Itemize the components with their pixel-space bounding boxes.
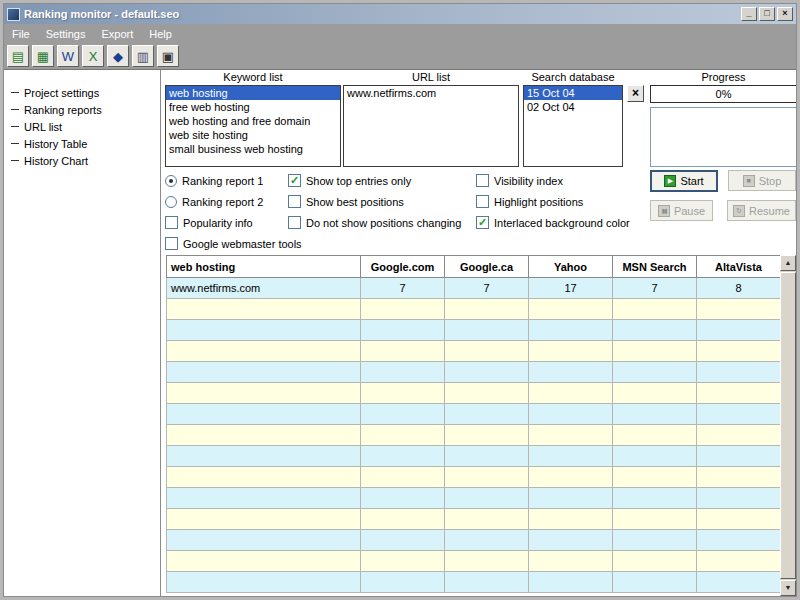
table-row-empty — [167, 572, 781, 593]
list-item-www-netfirms-com[interactable]: www.netfirms.com — [344, 86, 518, 100]
app-icon — [7, 8, 20, 21]
table-cell-empty — [361, 446, 445, 467]
save-button[interactable]: ◆ — [107, 45, 129, 67]
list-item-02-oct-04[interactable]: 02 Oct 04 — [524, 100, 622, 114]
option-interlaced-background-color[interactable]: ✓Interlaced background color — [476, 212, 630, 233]
list-item-small-business-web-hosting[interactable]: small business web hosting — [166, 142, 340, 156]
maximize-button[interactable]: □ — [759, 7, 775, 21]
table-cell-empty — [445, 404, 529, 425]
sidebar-item-project-settings[interactable]: Project settings — [4, 84, 160, 101]
table-cell-empty — [529, 299, 613, 320]
list-item-web-hosting[interactable]: web hosting — [166, 86, 340, 100]
table-scrollbar[interactable]: ▲ ▼ — [780, 255, 796, 596]
table-cell-empty — [529, 530, 613, 551]
table-cell-empty — [445, 572, 529, 593]
table-cell-empty — [361, 362, 445, 383]
option-highlight-positions[interactable]: Highlight positions — [476, 191, 630, 212]
table-cell-empty — [613, 572, 697, 593]
option-do-not-show-positions-changing[interactable]: Do not show positions changing — [288, 212, 461, 233]
reports-button[interactable]: ▥ — [132, 45, 154, 67]
table-cell-empty — [529, 551, 613, 572]
highlight-options: Visibility indexHighlight positions✓Inte… — [476, 170, 630, 233]
table-cell-empty — [167, 488, 361, 509]
option-show-top-entries-only[interactable]: ✓Show top entries only — [288, 170, 461, 191]
list-item-15-oct-04[interactable]: 15 Oct 04 — [524, 86, 622, 100]
url-listbox[interactable]: www.netfirms.com — [343, 85, 519, 167]
column-header-altavista[interactable]: AltaVista — [697, 256, 781, 278]
window-title: Ranking monitor - default.seo — [24, 8, 179, 20]
report-type-options: Ranking report 1Ranking report 2Populari… — [165, 170, 302, 254]
table-cell-empty — [613, 446, 697, 467]
sidebar-item-history-chart[interactable]: History Chart — [4, 152, 160, 169]
new-project-button[interactable]: ▤ — [7, 45, 29, 67]
print-button[interactable]: ▣ — [157, 45, 179, 67]
keyword-listbox[interactable]: web hostingfree web hostingweb hosting a… — [165, 85, 341, 167]
table-cell-empty — [529, 383, 613, 404]
column-header-yahoo[interactable]: Yahoo — [529, 256, 613, 278]
results-table-area: web hostingGoogle.comGoogle.caYahooMSN S… — [166, 255, 796, 596]
menu-item-settings[interactable]: Settings — [38, 26, 94, 42]
table-row[interactable]: www.netfirms.com771778 — [167, 278, 781, 299]
option-ranking-report-1[interactable]: Ranking report 1 — [165, 170, 302, 191]
option-popularity-info[interactable]: Popularity info — [165, 212, 302, 233]
export-html-button[interactable]: ▦ — [32, 45, 54, 67]
table-cell-empty — [361, 383, 445, 404]
option-ranking-report-2[interactable]: Ranking report 2 — [165, 191, 302, 212]
stop-button[interactable]: ■Stop — [728, 170, 796, 191]
scrollbar-thumb[interactable] — [780, 272, 796, 579]
sidebar-item-history-table[interactable]: History Table — [4, 135, 160, 152]
search-database-listbox[interactable]: 15 Oct 0402 Oct 04 — [523, 85, 623, 167]
table-cell-empty — [613, 509, 697, 530]
progress-bar: 0% — [650, 85, 796, 103]
export-excel-button[interactable]: X — [82, 45, 104, 67]
save-icon: ◆ — [113, 50, 123, 63]
table-header-row: web hostingGoogle.comGoogle.caYahooMSN S… — [167, 256, 781, 278]
menu-item-file[interactable]: File — [4, 26, 38, 42]
tree-branch-icon — [11, 160, 19, 161]
column-header-google-ca[interactable]: Google.ca — [445, 256, 529, 278]
checkbox-checked-icon: ✓ — [476, 216, 489, 229]
app-window: Ranking monitor - default.seo _□× FileSe… — [0, 0, 800, 600]
table-cell-empty — [445, 362, 529, 383]
sidebar-item-ranking-reports[interactable]: Ranking reports — [4, 101, 160, 118]
export-word-button[interactable]: W — [57, 45, 79, 67]
table-cell-empty — [445, 488, 529, 509]
table-cell: 7 — [613, 278, 697, 299]
window-frame: Ranking monitor - default.seo _□× FileSe… — [3, 3, 797, 597]
scroll-up-icon[interactable]: ▲ — [780, 255, 796, 271]
menu-item-export[interactable]: Export — [93, 26, 141, 42]
table-cell-empty — [529, 467, 613, 488]
checkbox-unchecked-icon — [476, 195, 489, 208]
table-cell-empty — [529, 488, 613, 509]
option-google-webmaster-tools[interactable]: Google webmaster tools — [165, 233, 302, 254]
menu-item-help[interactable]: Help — [141, 26, 180, 42]
table-cell-empty — [613, 320, 697, 341]
scroll-down-icon[interactable]: ▼ — [780, 580, 796, 596]
minimize-button[interactable]: _ — [741, 7, 757, 21]
start-button[interactable]: ▶Start — [650, 170, 718, 192]
list-item-web-hosting-and-free-domain[interactable]: web hosting and free domain — [166, 114, 340, 128]
new-project-icon: ▤ — [12, 50, 24, 63]
remove-database-button[interactable]: × — [627, 85, 644, 102]
resume-button[interactable]: ↻Resume — [727, 200, 796, 221]
column-header-msn-search[interactable]: MSN Search — [613, 256, 697, 278]
option-show-best-positions[interactable]: Show best positions — [288, 191, 461, 212]
list-item-web-site-hosting[interactable]: web site hosting — [166, 128, 340, 142]
table-cell-empty — [167, 383, 361, 404]
pause-button[interactable]: ▮▮Pause — [650, 200, 713, 221]
table-cell-empty — [167, 320, 361, 341]
table-cell-empty — [167, 404, 361, 425]
option-visibility-index[interactable]: Visibility index — [476, 170, 630, 191]
sidebar-item-url-list[interactable]: URL list — [4, 118, 160, 135]
table-cell-empty — [697, 467, 781, 488]
table-cell-empty — [361, 530, 445, 551]
column-header-web-hosting[interactable]: web hosting — [167, 256, 361, 278]
reports-icon: ▥ — [137, 50, 149, 63]
table-cell: 7 — [445, 278, 529, 299]
list-item-free-web-hosting[interactable]: free web hosting — [166, 100, 340, 114]
titlebar[interactable]: Ranking monitor - default.seo _□× — [4, 4, 796, 24]
table-cell-empty — [167, 362, 361, 383]
column-header-google-com[interactable]: Google.com — [361, 256, 445, 278]
table-cell-empty — [529, 572, 613, 593]
close-button[interactable]: × — [777, 7, 793, 21]
